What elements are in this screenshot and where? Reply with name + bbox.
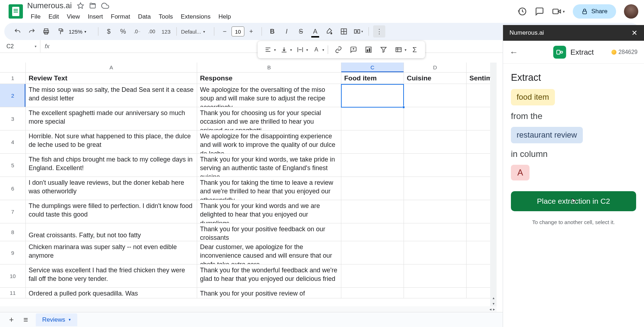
functions-button[interactable]: Σ bbox=[408, 43, 421, 56]
star-icon[interactable] bbox=[77, 2, 84, 9]
sheets-logo[interactable] bbox=[9, 4, 23, 19]
move-icon[interactable] bbox=[89, 2, 96, 9]
cell[interactable]: We apologize for the disappointing exper… bbox=[197, 130, 341, 153]
chart-button[interactable] bbox=[362, 43, 375, 56]
extract-column-chip[interactable]: A bbox=[511, 165, 530, 180]
increase-font-button[interactable]: + bbox=[245, 25, 257, 38]
vertical-scrollbar[interactable]: ▴ ▾ bbox=[490, 63, 497, 306]
account-avatar[interactable] bbox=[624, 4, 638, 19]
close-icon[interactable]: ✕ bbox=[631, 29, 638, 37]
row-header[interactable]: 2 bbox=[0, 84, 26, 107]
zoom-select[interactable]: 125%▾ bbox=[69, 29, 94, 35]
cell[interactable] bbox=[341, 264, 404, 287]
wrap-button[interactable] bbox=[293, 43, 307, 56]
row-header[interactable]: 4 bbox=[0, 130, 26, 153]
font-select[interactable]: Defaul...▾ bbox=[181, 29, 210, 35]
cell[interactable]: The miso soup was so salty, the Dead Sea… bbox=[26, 84, 197, 107]
cell[interactable]: Chicken marinara was super salty -- not … bbox=[26, 241, 197, 264]
horizontal-scrollbar[interactable]: ◂ ▸ bbox=[0, 306, 497, 312]
menu-format[interactable]: Format bbox=[107, 12, 134, 22]
font-size-input[interactable] bbox=[231, 26, 244, 36]
extract-source-chip[interactable]: restaurant review bbox=[511, 127, 583, 143]
cell[interactable] bbox=[404, 130, 467, 153]
cell[interactable]: I don't usually leave reviews, but the d… bbox=[26, 177, 197, 200]
fill-color-button[interactable] bbox=[323, 25, 336, 38]
cell[interactable] bbox=[404, 200, 467, 223]
increase-decimal-button[interactable]: .00 bbox=[146, 25, 158, 38]
scroll-left-icon[interactable]: ◂ bbox=[489, 307, 492, 312]
cell[interactable] bbox=[404, 84, 467, 107]
paint-format-button[interactable] bbox=[54, 25, 67, 38]
cell[interactable]: We apologize for the oversalting of the … bbox=[197, 84, 341, 107]
extract-target-chip[interactable]: food item bbox=[511, 89, 555, 105]
sheet-tab-reviews[interactable]: Reviews ▾ bbox=[36, 313, 77, 326]
cell[interactable]: Service was excellent I had the fried ch… bbox=[26, 264, 197, 287]
cell[interactable]: Thank you for your positive feedback on … bbox=[197, 223, 341, 241]
decrease-decimal-button[interactable]: .0← bbox=[131, 25, 143, 38]
link-button[interactable] bbox=[332, 43, 345, 56]
history-icon[interactable] bbox=[518, 7, 527, 16]
row-header[interactable]: 6 bbox=[0, 177, 26, 200]
table-button[interactable] bbox=[392, 43, 405, 56]
cell[interactable] bbox=[404, 154, 467, 177]
cell[interactable]: The fish and chips brought me back to my… bbox=[26, 154, 197, 177]
strike-button[interactable]: S bbox=[295, 25, 307, 38]
row-header[interactable]: 3 bbox=[0, 107, 26, 130]
cell[interactable] bbox=[341, 288, 404, 298]
cell[interactable]: Ordered a pulled pork quesadilla. Was bbox=[26, 288, 197, 298]
cell[interactable] bbox=[341, 177, 404, 200]
chevron-down-icon[interactable]: ▾ bbox=[69, 317, 71, 322]
select-all-corner[interactable] bbox=[0, 63, 26, 72]
menu-tools[interactable]: Tools bbox=[155, 12, 177, 22]
undo-button[interactable] bbox=[11, 25, 24, 38]
cell[interactable]: Response bbox=[197, 73, 341, 84]
scroll-down-icon[interactable]: ▾ bbox=[490, 301, 497, 306]
row-header[interactable]: 5 bbox=[0, 154, 26, 177]
cell[interactable] bbox=[404, 177, 467, 200]
more-formats-button[interactable]: 123 bbox=[160, 25, 172, 38]
cell[interactable] bbox=[341, 84, 404, 107]
credits-display[interactable]: 284629 bbox=[611, 49, 638, 55]
selection-handle[interactable] bbox=[402, 106, 405, 109]
cell[interactable]: Thank you for choosing us for your speci… bbox=[197, 107, 341, 130]
valign-button[interactable] bbox=[277, 43, 291, 56]
cell[interactable]: Dear customer, we apologize for the inco… bbox=[197, 241, 341, 264]
row-header[interactable]: 8 bbox=[0, 223, 26, 241]
scroll-right-icon[interactable]: ▸ bbox=[493, 307, 495, 312]
cell[interactable] bbox=[404, 241, 467, 264]
italic-button[interactable]: I bbox=[280, 25, 293, 38]
spreadsheet-grid[interactable]: A B C D 1 Review Text Response Food item… bbox=[0, 63, 497, 306]
row-header[interactable]: 7 bbox=[0, 200, 26, 223]
cell[interactable] bbox=[404, 288, 467, 298]
doc-title[interactable]: Numerous.ai bbox=[27, 1, 72, 10]
col-header-D[interactable]: D bbox=[404, 63, 467, 72]
cloud-saved-icon[interactable] bbox=[101, 2, 109, 10]
cell[interactable]: Cuisine bbox=[404, 73, 467, 84]
name-box[interactable]: C2▾ bbox=[3, 40, 40, 53]
cell[interactable] bbox=[341, 200, 404, 223]
cell[interactable] bbox=[341, 241, 404, 264]
place-extraction-button[interactable]: Place extraction in C2 bbox=[511, 191, 636, 211]
menu-help[interactable]: Help bbox=[215, 12, 234, 22]
cell[interactable]: Horrible. Not sure what happened to this… bbox=[26, 130, 197, 153]
cell[interactable]: The excellent spaghetti made our anniver… bbox=[26, 107, 197, 130]
add-sheet-button[interactable]: + bbox=[4, 314, 19, 326]
halign-button[interactable] bbox=[261, 43, 275, 56]
share-button[interactable]: Share bbox=[573, 4, 616, 19]
percent-button[interactable]: % bbox=[117, 25, 129, 38]
currency-button[interactable]: $ bbox=[103, 25, 115, 38]
col-header-A[interactable]: A bbox=[26, 63, 197, 72]
borders-button[interactable] bbox=[338, 25, 350, 38]
menu-edit[interactable]: Edit bbox=[45, 12, 62, 22]
menu-file[interactable]: File bbox=[27, 12, 44, 22]
cell[interactable]: Thank you for taking the time to leave a… bbox=[197, 177, 341, 200]
col-header-B[interactable]: B bbox=[197, 63, 341, 72]
cell[interactable] bbox=[404, 223, 467, 241]
col-header-C[interactable]: C bbox=[341, 63, 404, 72]
cell[interactable]: Thank you for your positive review of bbox=[197, 288, 341, 298]
row-header[interactable]: 9 bbox=[0, 241, 26, 264]
merge-button[interactable]: ▾ bbox=[352, 25, 364, 38]
redo-button[interactable] bbox=[26, 25, 38, 38]
menu-data[interactable]: Data bbox=[135, 12, 155, 22]
cell[interactable] bbox=[404, 107, 467, 130]
